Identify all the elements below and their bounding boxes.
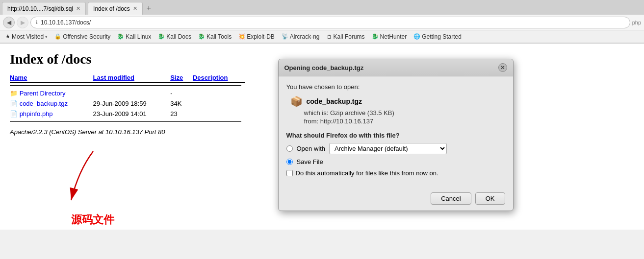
modal-header: Opening code_backup.tgz ✕ [279,59,513,76]
ok-button[interactable]: OK [475,192,505,205]
getting-started-icon: 🌐 [413,33,420,40]
open-with-label: Open with [297,145,326,152]
file-open-dialog: Opening code_backup.tgz ✕ You have chose… [278,59,514,211]
kali-docs-icon: 🐉 [158,33,165,40]
exploit-db-icon: 💥 [238,33,245,40]
bookmark-aircrack[interactable]: 📡 Aircrack-ng [279,33,322,41]
annotation-text: 源码文件 [71,212,114,227]
table-row: 📄 code_backup.tgz 29-Jun-2009 18:59 34K [10,98,245,109]
col-size[interactable]: Size [170,73,193,83]
url-text[interactable]: 10.10.16.137/docs/ [41,19,625,26]
bookmark-offensive-security[interactable]: 🔒 Offensive Security [52,33,113,41]
parent-directory-link[interactable]: Parent Directory [20,90,66,97]
bookmark-kali-forums[interactable]: 🗒 Kali Forums [324,33,367,41]
file-from: from: http://10.10.16.137 [286,118,505,125]
php-modified: 23-Jun-2009 14:01 [93,109,170,119]
save-file-label: Save File [297,158,323,165]
file-info-row: 📦 code_backup.tgz [286,95,505,107]
php-size: 23 [170,109,193,119]
auto-checkbox-row: Do this automatically for files like thi… [286,169,505,177]
cancel-button[interactable]: Cancel [431,192,471,205]
file-icon-parent: 📁 Parent Directory [10,88,93,98]
bookmark-kali-docs[interactable]: 🐉 Kali Docs [155,33,194,41]
kali-forums-icon: 🗒 [327,34,332,40]
parent-size: - [170,88,193,98]
bookmark-kali-linux-label: Kali Linux [126,33,151,40]
tab-db-sql[interactable]: http://10.10....7/sql/db.sql ✕ [2,2,86,15]
table-row: 📄 phpinfo.php 23-Jun-2009 14:01 23 [10,109,245,119]
aircrack-icon: 📡 [282,33,288,40]
auto-checkbox[interactable] [286,170,293,176]
parent-modified [93,88,170,98]
kali-linux-icon: 🐉 [117,33,124,40]
open-with-row: Open with Archive Manager (default) [286,143,505,154]
bookmark-most-visited[interactable]: ★ Most Visited ▾ [3,33,50,41]
col-last-modified[interactable]: Last modified [93,73,170,83]
file-which-is: which is: Gzip archive (33.5 KB) [286,109,505,117]
chevron-down-icon: ▾ [45,34,48,39]
bookmark-exploit-db[interactable]: 💥 Exploit-DB [236,33,277,41]
lock-icon: ℹ [36,20,38,25]
save-file-row: Save File [286,158,505,165]
modal-title: Opening code_backup.tgz [284,64,364,71]
annotation-arrow [64,146,103,212]
tab-db-sql-title: http://10.10....7/sql/db.sql [7,5,73,12]
folder-icon: 📁 [10,90,18,97]
phpinfo-link[interactable]: phpinfo.php [20,110,53,118]
bookmark-getting-started[interactable]: 🌐 Getting Started [411,33,464,41]
tab-docs-close[interactable]: ✕ [133,5,137,12]
modal-footer: Cancel OK [279,188,513,211]
new-tab-button[interactable]: + [143,2,155,15]
file-icon-tgz: 📄 code_backup.tgz [10,98,93,109]
bookmark-offensive-security-label: Offensive Security [63,33,110,40]
open-with-radio[interactable] [286,145,293,152]
bookmark-getting-started-label: Getting Started [422,33,462,40]
bookmark-aircrack-label: Aircrack-ng [290,33,320,40]
col-name[interactable]: Name [10,73,93,83]
bookmark-exploit-db-label: Exploit-DB [247,33,275,40]
table-row: 📁 Parent Directory - [10,88,245,98]
tgz-modified: 29-Jun-2009 18:59 [93,98,170,109]
action-label: What should Firefox do with this file? [286,132,505,139]
bookmark-kali-forums-label: Kali Forums [334,33,365,40]
back-button[interactable]: ◀ [3,17,15,28]
forward-button: ▶ [17,17,28,28]
bookmark-kali-linux[interactable]: 🐉 Kali Linux [115,33,154,41]
parent-desc [193,88,245,98]
tab-docs-title: Index of /docs [93,5,130,12]
tab-docs[interactable]: Index of /docs ✕ [88,2,143,15]
tgz-desc [193,98,245,109]
auto-label: Do this automatically for files like thi… [296,169,438,177]
php-desc [193,109,245,119]
modal-intro: You have chosen to open: [286,83,505,91]
file-package-icon: 📦 [290,95,303,107]
tab-bar: http://10.10....7/sql/db.sql ✕ Index of … [0,0,644,15]
modal-close-button[interactable]: ✕ [498,63,507,72]
bookmark-most-visited-label: Most Visited [12,33,44,40]
bookmark-nethunter-label: NetHunter [380,33,407,40]
php-icon: 📄 [10,110,18,118]
save-file-radio[interactable] [286,159,293,165]
code-backup-link[interactable]: code_backup.tgz [20,100,68,107]
url-box[interactable]: ℹ 10.10.16.137/docs/ [30,17,630,28]
open-with-select[interactable]: Archive Manager (default) [329,143,447,154]
file-icon-php: 📄 phpinfo.php [10,109,93,119]
bookmark-kali-tools[interactable]: 🐉 Kali Tools [196,33,234,41]
bookmark-nethunter[interactable]: 🐉 NetHunter [369,33,410,41]
col-description[interactable]: Description [193,73,245,83]
file-table: Name Last modified Size Description 📁 Pa… [10,73,245,124]
php-hint: php [632,20,641,25]
lock-bm-icon: 🔒 [54,33,61,40]
tab-db-sql-close[interactable]: ✕ [76,5,80,12]
kali-tools-icon: 🐉 [198,33,205,40]
nethunter-icon: 🐉 [372,33,379,40]
modal-file-name: code_backup.tgz [307,97,362,105]
tgz-size: 34K [170,98,193,109]
browser-chrome: http://10.10....7/sql/db.sql ✕ Index of … [0,0,644,44]
bookmark-kali-tools-label: Kali Tools [206,33,232,40]
star-icon: ★ [5,33,10,40]
bookmark-kali-docs-label: Kali Docs [166,33,191,40]
tgz-icon: 📄 [10,100,18,107]
bookmarks-bar: ★ Most Visited ▾ 🔒 Offensive Security 🐉 … [0,30,644,43]
address-bar: ◀ ▶ ℹ 10.10.16.137/docs/ php [0,15,644,30]
